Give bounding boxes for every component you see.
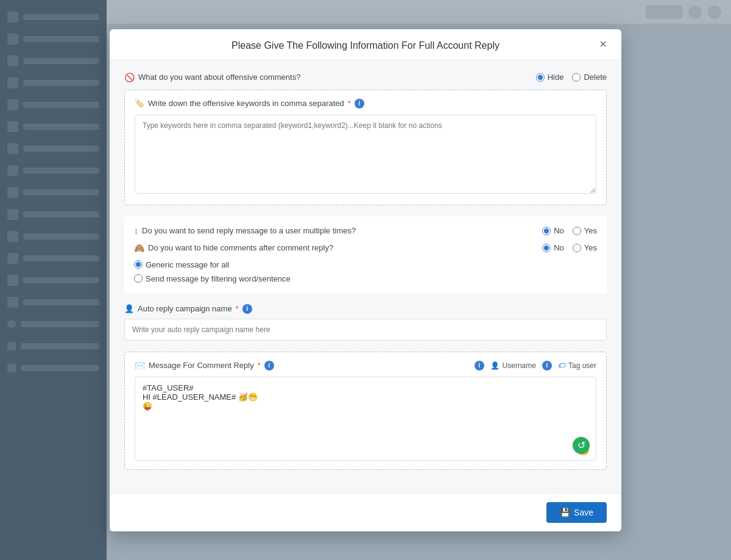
campaign-label: 👤 Auto reply campaign name * i xyxy=(124,304,607,314)
close-button[interactable]: × xyxy=(595,36,612,53)
message-actions: i 👤 Username i 🏷 Tag user xyxy=(475,361,596,370)
send-multiple-yes-radio[interactable] xyxy=(573,227,581,235)
hide-comments-yes[interactable]: Yes xyxy=(573,243,597,252)
refresh-button[interactable]: ↺ xyxy=(573,437,590,454)
filter-message-radio[interactable] xyxy=(134,274,143,283)
tag-user-button[interactable]: 🏷 Tag user xyxy=(558,361,596,370)
message-reply-header: ✉️ Message For Comment Reply * i i 👤 Use… xyxy=(135,361,596,370)
hide-comments-no-radio[interactable] xyxy=(542,244,551,252)
message-required: * xyxy=(258,361,261,370)
modal-overlay: Please Give The Following Information Fo… xyxy=(0,0,731,560)
tag-icon: 🏷️ xyxy=(135,99,144,108)
username-button[interactable]: 👤 Username xyxy=(490,361,536,370)
message-textarea[interactable]: #TAG_USER# HI #LEAD_USER_NAME# 🥳😁 😜 xyxy=(135,377,596,438)
modal-header: Please Give The Following Information Fo… xyxy=(110,29,621,60)
campaign-name-input[interactable] xyxy=(124,319,607,341)
modal-title: Please Give The Following Information Fo… xyxy=(231,40,500,51)
delete-option[interactable]: Delete xyxy=(572,73,607,82)
sort-icon: ↕️ xyxy=(134,226,138,236)
send-multiple-row: ↕️ Do you want to send reply message to … xyxy=(134,226,597,236)
send-multiple-label: ↕️ Do you want to send reply message to … xyxy=(134,226,542,236)
save-button[interactable]: 💾 Save xyxy=(546,502,607,523)
offensive-comments-label: 🚫 What do you want about offensive comme… xyxy=(124,73,536,82)
send-multiple-no-radio[interactable] xyxy=(542,227,551,235)
message-reply-section: ✉️ Message For Comment Reply * i i 👤 Use… xyxy=(124,352,607,470)
tag-actions-info[interactable]: i xyxy=(542,361,552,370)
tag-label-icon: 🏷 xyxy=(558,361,565,370)
campaign-required: * xyxy=(236,304,239,313)
modal-dialog: Please Give The Following Information Fo… xyxy=(110,29,621,531)
send-multiple-no[interactable]: No xyxy=(542,226,564,235)
send-multiple-radio-group: No Yes xyxy=(542,226,597,235)
hide-comments-yes-radio[interactable] xyxy=(573,244,581,252)
options-section: ↕️ Do you want to send reply message to … xyxy=(124,216,607,293)
hide-option[interactable]: Hide xyxy=(536,73,564,82)
generic-message-option[interactable]: Generic message for all xyxy=(134,260,229,269)
hide-comments-row: 🙈 Do you want to hide comments after com… xyxy=(134,243,597,253)
message-info-icon[interactable]: i xyxy=(264,361,274,370)
message-actions-info[interactable]: i xyxy=(475,361,484,370)
hide-icon: 🙈 xyxy=(134,243,144,253)
filter-message-row: Send message by filtering word/sentence xyxy=(134,274,597,283)
keywords-title: 🏷️ Write down the offensive keywords in … xyxy=(135,99,596,108)
campaign-info-icon[interactable]: i xyxy=(242,304,252,314)
generic-message-row: Generic message for all xyxy=(134,260,597,269)
user-icon: 👤 xyxy=(490,361,500,370)
message-textarea-footer: 🙂 xyxy=(135,441,596,460)
message-reply-title: ✉️ Message For Comment Reply * i xyxy=(135,361,274,370)
hide-comments-label: 🙈 Do you want to hide comments after com… xyxy=(134,243,542,253)
modal-body: 🚫 What do you want about offensive comme… xyxy=(110,60,621,493)
offensive-radio-group: Hide Delete xyxy=(536,73,607,82)
hide-comments-radio-group: No Yes xyxy=(542,243,597,252)
hide-comments-no[interactable]: No xyxy=(542,243,564,252)
modal-footer: 💾 Save xyxy=(110,493,621,531)
campaign-section: 👤 Auto reply campaign name * i xyxy=(124,304,607,341)
delete-radio[interactable] xyxy=(572,73,581,82)
offensive-icon: 🚫 xyxy=(124,73,135,82)
required-mark: * xyxy=(348,99,351,108)
keywords-textarea[interactable] xyxy=(135,115,596,194)
filter-message-option[interactable]: Send message by filtering word/sentence xyxy=(134,274,291,283)
envelope-icon: ✉️ xyxy=(135,361,145,370)
send-multiple-yes[interactable]: Yes xyxy=(573,226,597,235)
keywords-section: 🏷️ Write down the offensive keywords in … xyxy=(124,90,607,205)
save-icon: 💾 xyxy=(560,508,570,517)
keywords-info-icon[interactable]: i xyxy=(355,99,364,108)
generic-message-radio[interactable] xyxy=(134,260,143,269)
campaign-icon: 👤 xyxy=(124,304,134,313)
offensive-comments-row: 🚫 What do you want about offensive comme… xyxy=(124,73,607,82)
hide-radio[interactable] xyxy=(536,73,545,82)
message-textarea-wrap: #TAG_USER# HI #LEAD_USER_NAME# 🥳😁 😜 🙂 ↺ xyxy=(135,377,596,461)
